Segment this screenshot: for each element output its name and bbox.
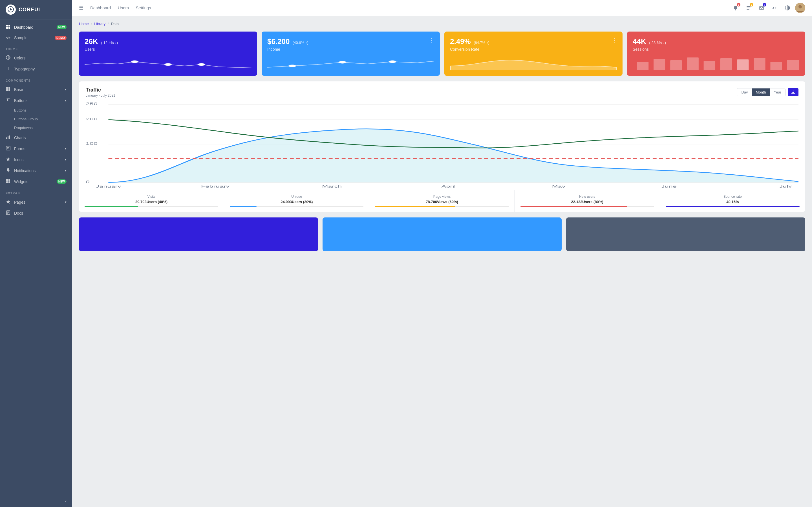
- svg-marker-23: [6, 200, 10, 204]
- traffic-controls: Day Month Year: [737, 88, 799, 96]
- svg-rect-20: [8, 179, 10, 181]
- stat-chart-sessions: [633, 56, 800, 70]
- pages-label: Pages: [14, 200, 26, 205]
- stat-value-income: $6.200 (40.9% ↑): [267, 37, 308, 46]
- bounce-value: 40.15%: [666, 200, 800, 204]
- sidebar-brand[interactable]: COREUI: [0, 0, 72, 19]
- az-button[interactable]: AZ: [769, 3, 780, 13]
- traffic-title-area: Traffic January - July 2021: [86, 87, 115, 98]
- theme-button[interactable]: [782, 3, 793, 13]
- sample-icon: </>: [6, 36, 11, 40]
- sidebar-item-notifications[interactable]: Notifications ▾: [0, 165, 72, 176]
- docs-label: Docs: [14, 211, 23, 216]
- header-nav-users[interactable]: Users: [118, 5, 129, 10]
- svg-rect-9: [6, 89, 8, 91]
- sidebar-item-widgets[interactable]: Widgets NEW: [0, 176, 72, 187]
- traffic-period-selector: Day Month Year: [737, 88, 785, 96]
- brand-logo: [6, 4, 16, 15]
- sidebar-item-pages[interactable]: Pages ▾: [0, 196, 72, 208]
- svg-point-36: [799, 5, 802, 8]
- sidebar-item-forms[interactable]: Forms ▾: [0, 143, 72, 154]
- breadcrumb-library[interactable]: Library: [94, 22, 105, 26]
- sample-badge: DEMO: [55, 36, 66, 40]
- sidebar-sub-buttons[interactable]: Buttons: [0, 106, 72, 115]
- header-nav-dashboard[interactable]: Dashboard: [90, 5, 111, 10]
- sidebar-item-buttons[interactable]: Buttons ▴: [0, 95, 72, 106]
- charts-icon: [6, 135, 11, 140]
- forms-label: Forms: [14, 147, 26, 151]
- dashboard-badge: NEW: [57, 25, 66, 29]
- svg-rect-48: [720, 58, 732, 70]
- download-button[interactable]: [788, 88, 799, 96]
- sidebar-sub-dropdowns[interactable]: Dropdowns: [0, 123, 72, 132]
- bounce-bar: [666, 206, 800, 207]
- sidebar-item-base[interactable]: Base ▾: [0, 84, 72, 95]
- sidebar-item-icons[interactable]: Icons ▾: [0, 154, 72, 165]
- svg-rect-51: [770, 62, 782, 70]
- bell-button[interactable]: 5: [730, 3, 741, 13]
- traffic-footer: Visits 29.703Users (40%) Unique 24.093Us…: [79, 190, 805, 212]
- user-avatar[interactable]: [795, 3, 805, 13]
- bounce-label: Bounce rate: [666, 194, 800, 199]
- sidebar-item-typography[interactable]: Typography: [0, 63, 72, 74]
- sidebar-footer[interactable]: ‹: [0, 495, 72, 507]
- stat-more-sessions[interactable]: ⋮: [795, 37, 800, 43]
- svg-rect-3: [8, 25, 10, 26]
- svg-text:March: March: [322, 184, 342, 187]
- list-button[interactable]: 5: [743, 3, 754, 13]
- newusers-bar: [520, 206, 627, 207]
- svg-text:AZ: AZ: [772, 6, 776, 10]
- svg-rect-52: [787, 60, 799, 70]
- notifications-icon: [6, 168, 11, 173]
- header-nav-settings[interactable]: Settings: [136, 5, 151, 10]
- sidebar-item-sample[interactable]: </> Sample DEMO: [0, 33, 72, 43]
- stats-grid: 26K (-12.4% ↓) ⋮ Users: [79, 32, 805, 76]
- stat-label-income: Income: [267, 47, 434, 52]
- visits-value: 29.703Users (40%): [85, 200, 218, 204]
- sidebar-item-dashboard[interactable]: Dashboard NEW: [0, 22, 72, 33]
- svg-rect-2: [6, 25, 8, 26]
- breadcrumb-home[interactable]: Home: [79, 22, 89, 26]
- sample-label: Sample: [14, 36, 28, 40]
- stat-header-users: 26K (-12.4% ↓) ⋮: [85, 37, 252, 46]
- svg-point-40: [339, 61, 346, 63]
- sidebar-item-colors[interactable]: Colors: [0, 52, 72, 63]
- stat-chart-users: [85, 56, 252, 70]
- colors-label: Colors: [14, 56, 26, 60]
- visits-bar-track: [85, 206, 218, 207]
- breadcrumb-sep-1: /: [91, 22, 92, 26]
- traffic-chart-area: 250 200 100 0: [79, 98, 805, 187]
- notifications-chevron: ▾: [65, 169, 66, 172]
- svg-rect-4: [6, 27, 8, 29]
- svg-text:June: June: [661, 184, 677, 187]
- bell-badge: 5: [737, 3, 741, 6]
- stat-label-conversion: Conversion Rate: [450, 47, 617, 52]
- traffic-stat-visits: Visits 29.703Users (40%): [79, 190, 224, 212]
- widgets-label: Widgets: [14, 179, 29, 184]
- stat-more-users[interactable]: ⋮: [246, 37, 252, 43]
- components-section-title: COMPONENTS: [0, 74, 72, 84]
- widgets-icon: [6, 179, 11, 184]
- menu-toggle-button[interactable]: ☰: [79, 5, 84, 11]
- stat-more-income[interactable]: ⋮: [429, 37, 434, 43]
- sidebar-item-docs[interactable]: Docs: [0, 208, 72, 219]
- month-button[interactable]: Month: [752, 89, 770, 96]
- svg-point-41: [389, 61, 396, 63]
- svg-rect-13: [9, 135, 10, 139]
- sidebar-collapse-btn[interactable]: ‹: [65, 499, 66, 504]
- buttons-chevron: ▴: [65, 99, 66, 102]
- pageviews-bar: [375, 206, 455, 207]
- day-button[interactable]: Day: [737, 89, 752, 96]
- mail-button[interactable]: 7: [756, 3, 767, 13]
- svg-text:January: January: [96, 184, 121, 187]
- svg-rect-44: [654, 59, 665, 70]
- sidebar-sub-buttons-group[interactable]: Buttons Group: [0, 115, 72, 123]
- base-icon: [6, 87, 11, 92]
- year-button[interactable]: Year: [770, 89, 785, 96]
- mail-badge: 7: [763, 3, 766, 6]
- bottom-card-3: [566, 217, 805, 251]
- stat-card-income: $6.200 (40.9% ↑) ⋮ Income: [262, 32, 440, 76]
- sidebar-item-charts[interactable]: Charts: [0, 132, 72, 143]
- pageviews-value: 78.706Views (60%): [375, 200, 509, 204]
- stat-more-conversion[interactable]: ⋮: [612, 37, 617, 43]
